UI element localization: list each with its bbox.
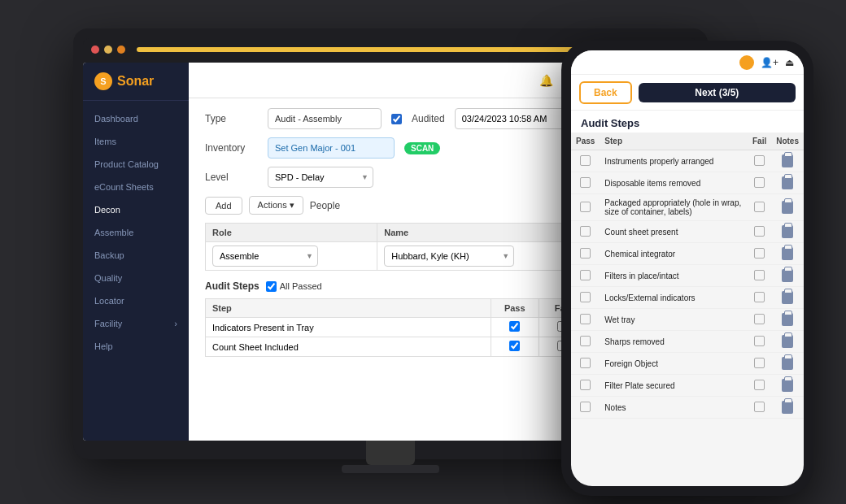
sidebar-item-decon[interactable]: Decon: [83, 198, 189, 221]
fail-checkbox[interactable]: [754, 292, 765, 302]
fail-checkbox[interactable]: [754, 202, 765, 212]
phone-status-bar: 👤+ ⏏: [571, 50, 804, 75]
fail-checkbox[interactable]: [754, 314, 765, 324]
type-input[interactable]: [268, 108, 382, 129]
clipboard-icon[interactable]: [782, 225, 793, 238]
pass-cell: [571, 331, 600, 353]
sidebar-item-quality[interactable]: Quality: [83, 267, 189, 289]
pass-cell: [491, 318, 539, 337]
fail-cell: [748, 353, 771, 375]
fail-checkbox[interactable]: [754, 336, 765, 346]
pass-cell: [571, 243, 600, 265]
sidebar-item-product-catalog[interactable]: Product Catalog: [83, 153, 189, 176]
clipboard-icon[interactable]: [782, 335, 793, 348]
pass-checkbox[interactable]: [509, 321, 520, 332]
actions-button[interactable]: Actions ▾: [249, 196, 303, 215]
clipboard-icon[interactable]: [782, 247, 793, 260]
fail-checkbox[interactable]: [754, 270, 765, 280]
clipboard-icon[interactable]: [782, 357, 793, 370]
clipboard-icon[interactable]: [782, 154, 793, 167]
pass-checkbox[interactable]: [580, 177, 591, 188]
logout-icon[interactable]: ⏏: [785, 57, 794, 68]
clipboard-icon[interactable]: [782, 269, 793, 282]
fail-checkbox[interactable]: [754, 248, 765, 259]
people-section-label: People: [310, 200, 340, 211]
phone-screen: 👤+ ⏏ Back Next (3/5) Audit Steps Pass St…: [571, 50, 804, 486]
pass-checkbox[interactable]: [580, 155, 591, 166]
notes-col-header: Notes: [771, 133, 804, 150]
clipboard-icon[interactable]: [782, 313, 793, 326]
fail-cell: [748, 194, 771, 221]
inventory-input[interactable]: [268, 137, 395, 159]
add-button[interactable]: Add: [205, 197, 242, 215]
pass-cell: [571, 172, 600, 194]
sidebar-item-facility[interactable]: Facility ›: [83, 312, 189, 335]
pass-checkbox[interactable]: [580, 314, 591, 324]
fail-checkbox[interactable]: [754, 177, 765, 188]
scan-toggle[interactable]: SCAN: [404, 142, 440, 154]
fail-checkbox[interactable]: [754, 402, 765, 412]
step-name: Disposable items removed: [600, 172, 748, 194]
sidebar-item-locator[interactable]: Locator: [83, 289, 189, 312]
level-select-wrapper: SPD - Delay ▼: [268, 167, 373, 188]
level-select[interactable]: SPD - Delay: [268, 167, 373, 188]
person-add-icon[interactable]: 👤+: [761, 57, 778, 68]
logo-icon: S: [94, 72, 112, 90]
sidebar-item-assemble[interactable]: Assemble: [83, 221, 189, 244]
notes-cell: [771, 375, 804, 397]
back-button[interactable]: Back: [579, 81, 632, 104]
pass-checkbox[interactable]: [580, 248, 591, 259]
notes-cell: [771, 194, 804, 221]
sidebar-item-dashboard[interactable]: Dashboard: [83, 107, 189, 130]
notes-cell: [771, 150, 804, 172]
bell-icon[interactable]: 🔔: [539, 74, 553, 87]
fail-checkbox[interactable]: [754, 358, 765, 368]
fail-checkbox[interactable]: [754, 155, 765, 166]
dot-orange: [117, 46, 125, 54]
pass-checkbox[interactable]: [580, 292, 591, 302]
sidebar: S Sonar Dashboard Items Product Catalog …: [83, 63, 189, 441]
role-select[interactable]: Assemble: [212, 245, 318, 267]
role-select-wrapper: Assemble ▼: [212, 245, 318, 267]
fail-cell: [748, 309, 771, 331]
clipboard-icon[interactable]: [782, 176, 793, 189]
clipboard-icon[interactable]: [782, 201, 793, 214]
sidebar-item-help[interactable]: Help: [83, 335, 189, 358]
notes-cell: [771, 397, 804, 419]
fail-cell: [748, 243, 771, 265]
sidebar-item-backup[interactable]: Backup: [83, 244, 189, 267]
fail-checkbox[interactable]: [754, 226, 765, 237]
fail-cell: [748, 172, 771, 194]
pass-cell: [571, 221, 600, 243]
all-passed-checkbox[interactable]: [266, 281, 277, 292]
phone-audit-steps-title: Audit Steps: [571, 111, 804, 133]
audited-label: Audited: [412, 113, 445, 124]
next-button[interactable]: Next (3/5): [639, 83, 796, 102]
pass-cell: [571, 265, 600, 287]
audit-steps-title: Audit Steps: [205, 280, 259, 292]
clipboard-icon[interactable]: [782, 291, 793, 304]
audited-checkbox[interactable]: [391, 114, 402, 124]
clipboard-icon[interactable]: [782, 401, 793, 414]
pass-checkbox[interactable]: [580, 270, 591, 280]
level-label: Level: [205, 172, 258, 183]
fail-cell: [748, 221, 771, 243]
pass-col-header: Pass: [491, 299, 539, 318]
pass-checkbox[interactable]: [580, 202, 591, 212]
pass-checkbox[interactable]: [509, 341, 520, 351]
pass-checkbox[interactable]: [580, 358, 591, 368]
pass-checkbox[interactable]: [580, 380, 591, 390]
phone-nav-bar: Back Next (3/5): [571, 75, 804, 111]
sidebar-item-items[interactable]: Items: [83, 130, 189, 153]
pass-checkbox[interactable]: [580, 336, 591, 346]
name-select[interactable]: Hubbard, Kyle (KH): [384, 245, 514, 267]
name-col-header: Name: [377, 224, 584, 242]
fail-checkbox[interactable]: [754, 380, 765, 390]
clipboard-icon[interactable]: [782, 379, 793, 392]
pass-cell: [571, 309, 600, 331]
pass-checkbox[interactable]: [580, 402, 591, 412]
step-name: Chemical integrator: [600, 243, 748, 265]
dot-red: [91, 46, 99, 54]
sidebar-item-ecount-sheets[interactable]: eCount Sheets: [83, 176, 189, 198]
pass-checkbox[interactable]: [580, 226, 591, 237]
